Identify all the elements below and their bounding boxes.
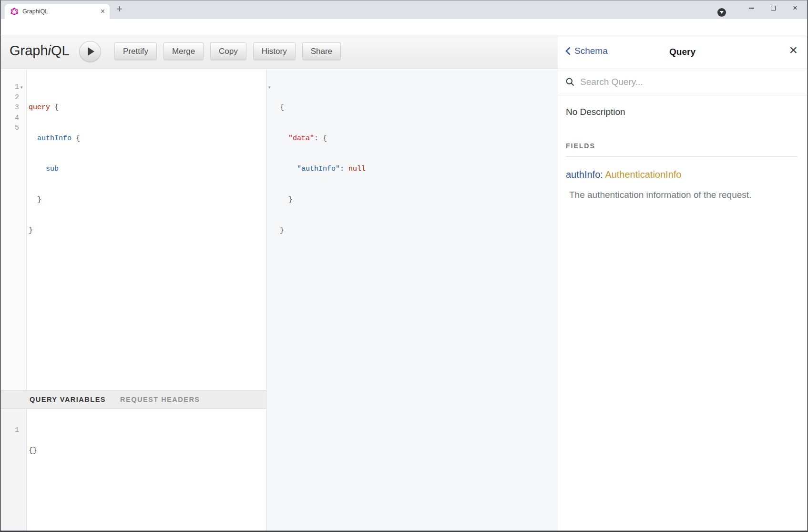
field-type-link[interactable]: AuthenticationInfo [605,169,681,180]
secondary-editor-titlebar: QUERY VARIABLES REQUEST HEADERS [0,390,266,409]
graphiql-logo: GraphiQL [10,43,70,59]
code-line: "authInfo": null [280,164,366,174]
variables-code[interactable]: {} [29,425,54,477]
chrome-update-icon[interactable] [717,8,726,17]
field-row: authInfo: AuthenticationInfo [566,169,798,180]
copy-button[interactable]: Copy [210,42,246,60]
close-button[interactable]: × [784,0,806,19]
code-line: {} [29,446,54,456]
minimize-button[interactable] [740,0,762,19]
result-viewer: ▾ { "data": { "authInfo": null } } [266,70,558,531]
code-line: } [29,195,80,205]
variables-editor-gutter: 1 [0,409,27,531]
execute-query-button[interactable] [79,41,101,62]
tab-close-icon[interactable]: × [101,8,105,15]
doc-explorer: Schema Query × No Description FIELDS aut… [558,35,807,531]
history-button[interactable]: History [253,42,296,60]
share-button[interactable]: Share [302,42,341,60]
browser-tab[interactable]: GraphiQL × [5,4,110,19]
fold-arrow-icon[interactable]: ▾ [20,82,23,93]
titlebar: GraphiQL × + × [0,0,808,19]
window-border-left [0,0,1,532]
new-tab-button[interactable]: + [116,3,123,15]
docs-search-input[interactable] [580,77,780,87]
doc-explorer-header: Schema Query × [558,35,807,69]
toolbar-buttons: Prettify Merge Copy History Share [114,42,341,60]
search-icon [566,78,574,86]
code-line: { [280,102,366,113]
query-editor-gutter: 1▾ 2 3 4 5 [0,70,27,390]
code-line: } [29,225,80,236]
docs-close-icon[interactable]: × [789,42,798,58]
merge-button[interactable]: Merge [164,42,204,60]
docs-body: No Description FIELDS authInfo: Authenti… [558,95,807,200]
address-bar: localhost:3000/graphql P [0,19,808,35]
window-border-top [0,0,808,0]
code-line: } [280,225,366,236]
graphql-favicon-icon [10,8,18,15]
variables-editor[interactable]: 1 {} [0,409,266,531]
tab-request-headers[interactable]: REQUEST HEADERS [120,396,200,403]
code-line: } [280,195,366,205]
code-line: "data": { [280,133,366,144]
play-icon [88,47,94,56]
query-editor[interactable]: 1▾ 2 3 4 5 query { authInfo { sub } } [0,70,266,390]
code-line: query { [29,102,80,113]
prettify-button[interactable]: Prettify [114,42,157,60]
fields-divider [566,156,798,157]
browser-window: GraphiQL × + × [0,0,808,532]
type-description: No Description [566,107,798,117]
maximize-button[interactable] [762,0,784,19]
docs-title: Query [558,47,807,57]
tab-query-variables[interactable]: QUERY VARIABLES [30,396,106,403]
query-code[interactable]: query { authInfo { sub } } [29,82,80,256]
window-controls: × [740,0,806,19]
fold-arrow-icon[interactable]: ▾ [268,85,271,90]
fields-heading: FIELDS [566,142,798,150]
field-description: The authentication information of the re… [569,190,798,200]
response-json: { "data": { "authInfo": null } } [280,82,366,256]
docs-search-row [558,69,807,95]
code-line: sub [29,164,80,174]
field-name-link[interactable]: authInfo [566,169,600,180]
graphiql-toolbar: GraphiQL Prettify Merge Copy History Sha… [0,35,558,69]
code-line: authInfo { [29,133,80,144]
tab-title: GraphiQL [22,8,101,15]
